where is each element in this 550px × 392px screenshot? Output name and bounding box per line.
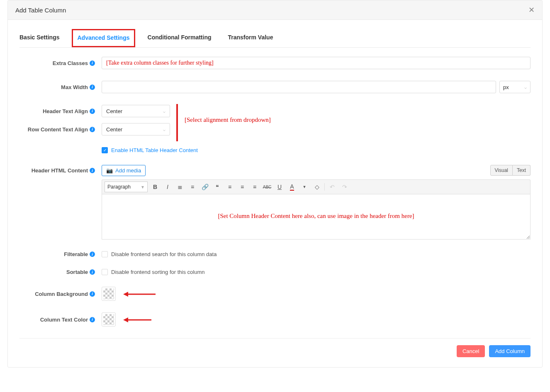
row-max-width: Max Width i px ⌵: [19, 81, 531, 93]
strikethrough-icon[interactable]: ABC: [262, 182, 272, 192]
italic-icon[interactable]: I: [163, 182, 173, 192]
editor-tab-visual[interactable]: Visual: [490, 165, 513, 176]
align-center-icon[interactable]: ≡: [237, 182, 247, 192]
max-width-unit-select[interactable]: px ⌵: [499, 81, 531, 93]
column-background-color-picker[interactable]: [102, 287, 116, 301]
tab-advanced-label: Advanced Settings: [77, 31, 129, 44]
info-icon[interactable]: i: [90, 269, 95, 275]
chevron-down-icon: ⌵: [163, 109, 165, 114]
max-width-input[interactable]: [102, 81, 496, 93]
dialog-footer: Cancel Add Column: [19, 338, 531, 360]
add-column-button[interactable]: Add Column: [489, 345, 531, 357]
editor-tab-text[interactable]: Text: [513, 165, 531, 176]
info-icon[interactable]: i: [90, 85, 95, 90]
row-header-text-align: Header Text Align i Center ⌵ [Select ali…: [19, 105, 531, 117]
info-icon[interactable]: i: [90, 252, 95, 257]
label-sortable: Sortable i: [19, 269, 97, 275]
editor-toolbar: Paragraph ▼ B I ≣ ≡ 🔗 ❝ ≡ ≡ ≡ ABC U: [102, 179, 531, 194]
editor-content-area[interactable]: [Set Column Header Content here also, ca…: [102, 194, 531, 240]
annotation-text: [Take extra column classes for further s…: [106, 60, 214, 66]
sortable-checkbox[interactable]: [102, 269, 108, 275]
row-enable-html-header: ✓ Enable HTML Table Header Content: [19, 147, 531, 153]
label-column-text-color: Column Text Color i: [19, 317, 97, 323]
row-column-text-color: Column Text Color i: [19, 312, 531, 327]
label-filterable: Filterable i: [19, 251, 97, 257]
label-row-align: Row Content Text Align i: [19, 126, 97, 133]
sortable-checkbox-label: Disable frontend sorting for this column: [111, 269, 204, 275]
add-media-button[interactable]: 📷 Add media: [102, 165, 146, 176]
undo-icon[interactable]: ↶: [327, 182, 337, 192]
bullet-list-icon[interactable]: ≣: [175, 182, 185, 192]
info-icon[interactable]: i: [90, 168, 95, 173]
cancel-button[interactable]: Cancel: [457, 345, 485, 357]
transparent-swatch-icon: [103, 288, 114, 299]
info-icon[interactable]: i: [90, 127, 95, 132]
bold-icon[interactable]: B: [150, 182, 160, 192]
tabs-bar: Basic Settings Advanced Settings Conditi…: [19, 30, 531, 48]
media-icon: 📷: [106, 167, 113, 174]
filterable-checkbox-label: Disable frontend search for this column …: [111, 251, 217, 257]
label-extra-classes: Extra Classes i: [19, 60, 97, 66]
resize-handle-icon[interactable]: [524, 233, 529, 238]
text-color-icon[interactable]: A: [287, 182, 297, 192]
annotation-bar: [176, 104, 178, 141]
label-max-width: Max Width i: [19, 84, 97, 90]
info-icon[interactable]: i: [90, 291, 95, 297]
close-icon[interactable]: ✕: [528, 6, 535, 14]
header-align-select[interactable]: Center ⌵: [102, 105, 170, 117]
annotation-arrow-icon: [123, 316, 151, 323]
column-text-color-picker[interactable]: [102, 312, 116, 327]
editor-mode-tabs: Visual Text: [490, 165, 531, 176]
row-sortable: Sortable i Disable frontend sorting for …: [19, 269, 531, 275]
quote-icon[interactable]: ❝: [212, 182, 222, 192]
label-header-html-content: Header HTML Content i: [19, 165, 97, 174]
row-header-html-content: Header HTML Content i 📷 Add media Visual…: [19, 165, 531, 240]
format-select[interactable]: Paragraph ▼: [105, 181, 148, 192]
chevron-down-icon: ⌵: [524, 85, 527, 90]
enable-html-header-label: Enable HTML Table Header Content: [111, 147, 198, 153]
transparent-swatch-icon: [103, 314, 114, 325]
add-table-column-dialog: Add Table Column ✕ Basic Settings Advanc…: [7, 0, 543, 368]
annotation-text: [Select alignment from dropdown]: [185, 116, 271, 123]
dialog-title: Add Table Column: [15, 7, 66, 14]
dialog-header: Add Table Column ✕: [8, 0, 542, 20]
numbered-list-icon[interactable]: ≡: [187, 182, 197, 192]
info-icon[interactable]: i: [90, 317, 95, 322]
clear-formatting-icon[interactable]: ◇: [312, 182, 322, 192]
chevron-down-icon: ⌵: [163, 127, 165, 132]
text-color-chevron-icon[interactable]: ▼: [299, 182, 309, 192]
row-filterable: Filterable i Disable frontend search for…: [19, 251, 531, 257]
label-column-background: Column Background i: [19, 291, 97, 297]
tab-transform-value[interactable]: Transform Value: [228, 30, 273, 47]
svg-marker-3: [123, 317, 128, 322]
underline-icon[interactable]: U: [275, 182, 285, 192]
info-icon[interactable]: i: [90, 60, 95, 66]
row-row-content-align: Row Content Text Align i Center ⌵: [19, 123, 531, 136]
chevron-down-icon: ▼: [141, 185, 145, 189]
row-extra-classes: Extra Classes i [Take extra column class…: [19, 57, 531, 69]
redo-icon[interactable]: ↷: [340, 182, 350, 192]
tab-advanced-settings[interactable]: Advanced Settings: [72, 29, 135, 47]
filterable-checkbox[interactable]: [102, 251, 108, 257]
extra-classes-input[interactable]: [Take extra column classes for further s…: [102, 57, 531, 69]
link-icon[interactable]: 🔗: [200, 182, 210, 192]
row-column-background: Column Background i: [19, 287, 531, 301]
enable-html-header-checkbox[interactable]: ✓: [102, 147, 108, 153]
align-right-icon[interactable]: ≡: [250, 182, 260, 192]
label-header-align: Header Text Align i: [19, 108, 97, 114]
row-align-select[interactable]: Center ⌵: [102, 123, 170, 136]
info-icon[interactable]: i: [90, 109, 95, 114]
tab-conditional-formatting[interactable]: Conditional Formatting: [148, 30, 212, 47]
annotation-text: [Set Column Header Content here also, ca…: [218, 213, 414, 219]
align-left-icon[interactable]: ≡: [225, 182, 235, 192]
annotation-arrow-icon: [123, 290, 156, 297]
svg-marker-1: [123, 292, 128, 297]
tab-basic-settings[interactable]: Basic Settings: [19, 30, 59, 47]
